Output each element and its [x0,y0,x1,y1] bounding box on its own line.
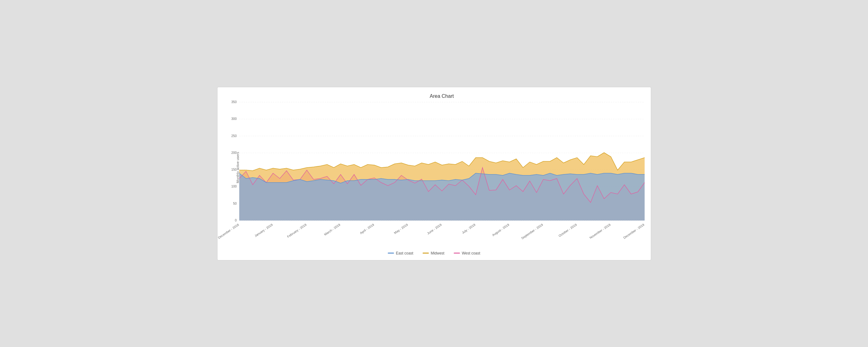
west-coast-legend-color [454,253,460,254]
svg-text:October - 2019: October - 2019 [558,223,578,237]
west-coast-legend-label: West coast [462,251,480,255]
svg-text:350: 350 [231,100,237,104]
svg-text:250: 250 [231,134,237,137]
chart-container: Area Chart Monthly active users [217,87,651,260]
svg-text:August - 2019: August - 2019 [491,223,509,237]
east-coast-legend-color [388,253,394,254]
legend-east-coast: East coast [388,251,413,255]
svg-text:July - 2019: July - 2019 [461,223,476,234]
svg-text:May - 2019: May - 2019 [393,223,408,235]
svg-text:0: 0 [235,219,237,222]
svg-text:December - 2019: December - 2019 [623,223,645,239]
svg-text:February - 2019: February - 2019 [286,223,307,238]
svg-text:300: 300 [231,117,237,120]
legend-west-coast: West coast [454,251,480,255]
chart-title: Area Chart [239,93,645,99]
east-coast-legend-label: East coast [396,251,413,255]
svg-text:50: 50 [233,202,237,205]
legend-midwest: Midwest [423,251,444,255]
midwest-legend-label: Midwest [431,251,444,255]
svg-text:September - 2019: September - 2019 [521,223,544,240]
midwest-legend-color [423,253,429,254]
svg-text:January - 2019: January - 2019 [253,223,273,237]
svg-text:December - 2018: December - 2018 [217,223,240,239]
y-axis-label: Monthly active users [236,152,240,183]
svg-text:100: 100 [231,185,237,188]
chart-legend: East coast Midwest West coast [388,251,480,255]
chart-svg: 0 50 100 150 200 250 300 350 December - … [239,102,645,233]
svg-text:November - 2019: November - 2019 [589,223,611,239]
svg-text:June - 2019: June - 2019 [426,223,442,235]
svg-text:March - 2019: March - 2019 [323,223,341,236]
svg-text:April - 2019: April - 2019 [359,223,375,235]
chart-area: Monthly active users [239,102,645,233]
east-coast-area [239,173,645,221]
